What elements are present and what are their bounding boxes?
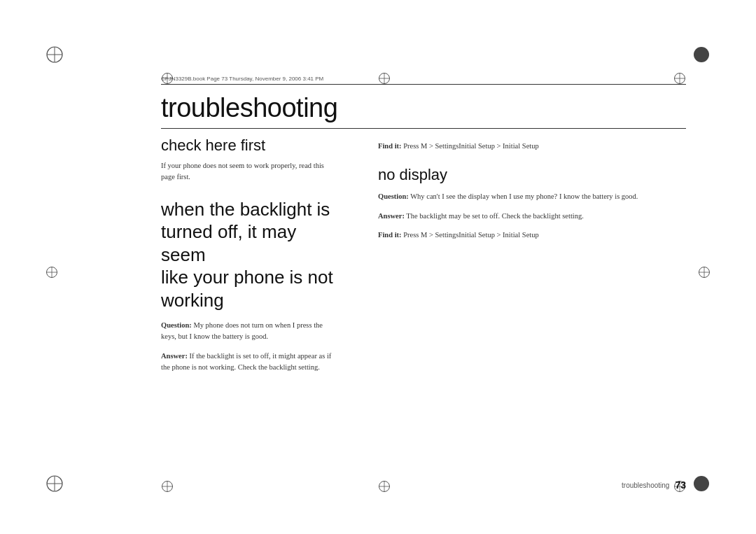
backlight-answer-text: Answer: If the backlight is set to off, … <box>161 351 336 373</box>
backlight-section: when the backlight is turned off, it may… <box>161 198 336 373</box>
reg-mark-top-right-inner <box>673 72 686 87</box>
find-it-section2: Find it: Press M > SettingsInitial Setup… <box>378 230 686 241</box>
reg-mark-left-middle <box>46 266 58 281</box>
find-it-text2: Find it: Press M > SettingsInitial Setup… <box>378 230 686 241</box>
page-title: troubleshooting <box>161 93 337 123</box>
content-area: check here first If your phone does not … <box>161 136 686 464</box>
footer: troubleshooting 73 <box>161 479 686 491</box>
no-display-heading: no display <box>378 166 686 184</box>
check-here-first-section: check here first If your phone does not … <box>161 136 336 183</box>
top-rule <box>161 84 686 85</box>
title-rule <box>161 128 686 129</box>
backlight-question: Question: My phone does not turn on when… <box>161 320 336 342</box>
backlight-question-text: Question: My phone does not turn on when… <box>161 320 336 342</box>
reg-mark-bottom-left <box>46 475 64 496</box>
reg-mark-right-middle <box>698 266 710 281</box>
reg-mark-top-right <box>692 45 710 66</box>
backlight-answer: Answer: If the backlight is set to off, … <box>161 351 336 373</box>
backlight-heading: when the backlight is turned off, it may… <box>161 198 336 312</box>
right-column: Find it: Press M > SettingsInitial Setup… <box>357 136 686 464</box>
page: CFJN3329B.book Page 73 Thursday, Novembe… <box>0 0 756 534</box>
no-display-question: Question: Why can't I see the display wh… <box>378 191 686 202</box>
find-it-text1: Find it: Press M > SettingsInitial Setup… <box>378 141 686 152</box>
no-display-answer-text: Answer: The backlight may be set to off.… <box>378 211 686 222</box>
left-column: check here first If your phone does not … <box>161 136 357 464</box>
reg-mark-bottom-right <box>692 475 710 496</box>
reg-mark-top-center <box>378 72 391 87</box>
check-here-first-heading: check here first <box>161 136 336 155</box>
right-column-inner: Find it: Press M > SettingsInitial Setup… <box>371 141 686 241</box>
svg-point-16 <box>694 476 709 491</box>
footer-page-number: 73 <box>675 479 686 491</box>
footer-section-label: troubleshooting <box>622 482 669 489</box>
check-here-first-body: If your phone does not seem to work prop… <box>161 160 336 183</box>
find-it-section1: Find it: Press M > SettingsInitial Setup… <box>378 141 686 152</box>
file-info: CFJN3329B.book Page 73 Thursday, Novembe… <box>161 76 323 82</box>
reg-mark-top-left <box>46 45 64 66</box>
no-display-answer: Answer: The backlight may be set to off.… <box>378 211 686 222</box>
no-display-question-text: Question: Why can't I see the display wh… <box>378 191 686 202</box>
no-display-section: no display Question: Why can't I see the… <box>378 166 686 241</box>
svg-point-3 <box>694 47 709 62</box>
